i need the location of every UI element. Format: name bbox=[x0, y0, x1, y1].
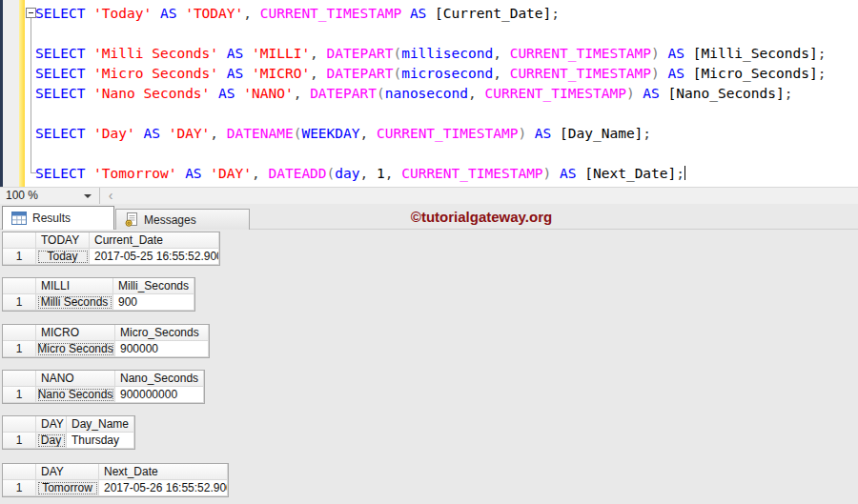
code-line[interactable]: SELECT 'Today' AS 'TODAY', CURRENT_TIMES… bbox=[35, 4, 826, 24]
code-token: , bbox=[310, 66, 326, 81]
outline-guide-line bbox=[31, 18, 31, 172]
code-token: SELECT bbox=[35, 126, 93, 141]
row-header-corner[interactable] bbox=[3, 278, 36, 294]
code-line[interactable]: SELECT 'Tomorrow' AS 'DAY', DATEADD(day,… bbox=[35, 164, 826, 184]
tab-results-label: Results bbox=[32, 212, 71, 225]
code-token: 'Milli Seconds' bbox=[93, 46, 227, 61]
results-tabstrip: Results Messages ©tutorialgateway.org bbox=[0, 204, 858, 230]
column-header[interactable]: Day_Name bbox=[67, 416, 134, 433]
code-token: DATEPART bbox=[327, 66, 394, 81]
grid-cell[interactable]: 900 bbox=[113, 294, 194, 311]
grid-cell[interactable]: 900000 bbox=[115, 341, 209, 357]
column-header[interactable]: DAY bbox=[36, 416, 67, 433]
column-header[interactable]: MILLI bbox=[36, 278, 113, 294]
code-token: DATEADD bbox=[268, 166, 326, 181]
watermark-text: ©tutorialgateway.org bbox=[105, 209, 858, 225]
code-token: SELECT bbox=[35, 46, 93, 61]
code-token: AS bbox=[551, 166, 584, 181]
code-line[interactable]: SELECT 'Milli Seconds' AS 'MILLI', DATEP… bbox=[35, 44, 826, 64]
code-token: CURRENT_TIMESTAMP bbox=[401, 166, 542, 181]
code-area: SELECT 'Today' AS 'TODAY', CURRENT_TIMES… bbox=[35, 4, 826, 184]
row-header-corner[interactable] bbox=[3, 325, 36, 341]
column-header[interactable]: Micro_Seconds bbox=[115, 325, 209, 341]
code-token: 'MILLI' bbox=[252, 46, 310, 61]
indicator-margin bbox=[3, 0, 19, 187]
column-header[interactable]: Next_Date bbox=[99, 464, 228, 480]
grid-cell[interactable]: Micro Seconds bbox=[36, 341, 115, 357]
sql-editor[interactable]: SELECT 'Today' AS 'TODAY', CURRENT_TIMES… bbox=[0, 0, 858, 187]
column-header[interactable]: MICRO bbox=[36, 325, 115, 341]
code-token: , bbox=[493, 66, 509, 81]
row-number[interactable]: 1 bbox=[3, 249, 36, 265]
code-token: , bbox=[493, 46, 509, 61]
grid-cell[interactable]: 2017-05-25 16:55:52.900 bbox=[90, 249, 219, 265]
grid-cell[interactable]: Day bbox=[36, 433, 67, 449]
code-line[interactable]: SELECT 'Micro Seconds' AS 'MICRO', DATEP… bbox=[35, 64, 826, 84]
code-token: , bbox=[385, 166, 401, 181]
row-header-corner[interactable] bbox=[3, 464, 36, 480]
editor-status-row: 100 % ‹ bbox=[0, 187, 858, 204]
grid-cell[interactable]: 2017-05-26 16:55:52.900 bbox=[99, 480, 228, 496]
code-token: [Current_Date] bbox=[435, 6, 551, 21]
code-token: DATENAME bbox=[227, 126, 294, 141]
grid-cell[interactable]: 900000000 bbox=[115, 387, 204, 403]
row-header-corner[interactable] bbox=[3, 232, 36, 249]
row-number[interactable]: 1 bbox=[3, 341, 36, 357]
scrollbar-left-arrow-icon[interactable]: ‹ bbox=[103, 188, 118, 205]
code-token: ) bbox=[626, 86, 635, 101]
column-header[interactable]: Milli_Seconds bbox=[113, 278, 194, 294]
code-token: 'DAY' bbox=[169, 126, 211, 141]
code-token: ( bbox=[327, 166, 336, 181]
code-token: DATEPART bbox=[327, 46, 394, 61]
code-token: , bbox=[243, 6, 259, 21]
code-token: , bbox=[294, 86, 310, 101]
result-grid: NANONano_Seconds1Nano Seconds900000000 bbox=[2, 370, 205, 404]
row-header-corner[interactable] bbox=[3, 416, 36, 433]
code-token: , bbox=[360, 126, 377, 141]
column-header[interactable]: Current_Date bbox=[90, 232, 219, 249]
code-token: millisecond bbox=[401, 46, 493, 61]
code-token: AS bbox=[144, 126, 169, 141]
code-token: ; bbox=[818, 46, 827, 61]
grid-cell[interactable]: Thursday bbox=[67, 433, 134, 449]
code-token: 'MICRO' bbox=[252, 66, 310, 81]
tab-results[interactable]: Results bbox=[2, 206, 114, 230]
grid-cell[interactable]: Nano Seconds bbox=[36, 387, 115, 403]
code-token: SELECT bbox=[35, 166, 93, 181]
code-token: ) bbox=[651, 46, 660, 61]
code-token: nanosecond bbox=[385, 86, 468, 101]
code-line[interactable]: SELECT 'Nano Seconds' AS 'NANO', DATEPAR… bbox=[35, 84, 826, 104]
result-grid: TODAYCurrent_Date1Today2017-05-25 16:55:… bbox=[2, 232, 220, 266]
row-number[interactable]: 1 bbox=[3, 387, 36, 403]
code-line[interactable] bbox=[35, 104, 826, 124]
code-token: CURRENT_TIMESTAMP bbox=[510, 66, 651, 81]
code-token: AS bbox=[185, 166, 210, 181]
column-header[interactable]: NANO bbox=[36, 371, 115, 387]
code-token: [Milli_Seconds] bbox=[693, 46, 818, 61]
row-number[interactable]: 1 bbox=[3, 433, 36, 449]
code-token: ; bbox=[785, 86, 793, 101]
row-header-corner[interactable] bbox=[3, 371, 36, 387]
code-token: ; bbox=[818, 66, 827, 81]
result-grid: MICROMicro_Seconds1Micro Seconds900000 bbox=[2, 324, 210, 358]
code-token: [Day_Name] bbox=[560, 126, 643, 141]
code-token: AS bbox=[410, 6, 435, 21]
results-grids: TODAYCurrent_Date1Today2017-05-25 16:55:… bbox=[0, 230, 858, 504]
column-header[interactable]: Nano_Seconds bbox=[115, 371, 204, 387]
code-token: 'NANO' bbox=[243, 86, 293, 101]
code-token: microsecond bbox=[401, 66, 493, 81]
code-line[interactable] bbox=[35, 144, 826, 164]
code-token: DATEPART bbox=[310, 86, 377, 101]
zoom-level-combo[interactable]: 100 % bbox=[0, 188, 100, 205]
row-number[interactable]: 1 bbox=[3, 294, 36, 311]
grid-cell[interactable]: Today bbox=[36, 249, 90, 265]
column-header[interactable]: DAY bbox=[36, 464, 99, 480]
change-tracking-bar bbox=[19, 0, 25, 187]
column-header[interactable]: TODAY bbox=[36, 232, 90, 249]
code-line[interactable] bbox=[35, 24, 826, 44]
grid-cell[interactable]: Milli Seconds bbox=[36, 294, 113, 311]
row-number[interactable]: 1 bbox=[3, 480, 36, 496]
grid-cell[interactable]: Tomorrow bbox=[36, 480, 99, 496]
code-token: WEEKDAY bbox=[301, 126, 359, 141]
code-line[interactable]: SELECT 'Day' AS 'DAY', DATENAME(WEEKDAY,… bbox=[35, 124, 826, 144]
